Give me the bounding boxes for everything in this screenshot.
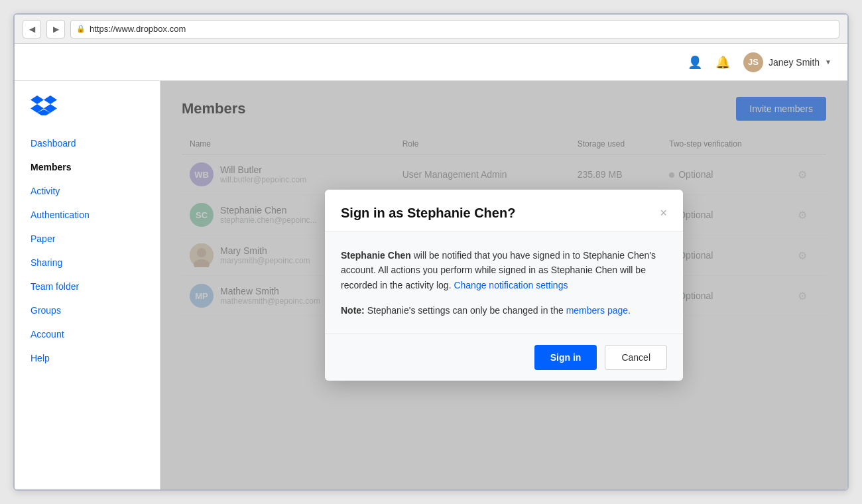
sidebar-item-account[interactable]: Account xyxy=(15,322,160,346)
user-avatar: JS xyxy=(743,52,763,72)
lock-icon: 🔒 xyxy=(76,25,86,33)
modal-note: Note: Stephanie's settings can only be c… xyxy=(341,303,667,318)
modal-title: Sign in as Stephanie Chen? xyxy=(341,206,515,221)
change-notification-link[interactable]: Change notification settings xyxy=(454,280,568,290)
app-layout: 👤 🔔 JS Janey Smith ▼ xyxy=(15,44,847,489)
sidebar: Dashboard Members Activity Authenticatio… xyxy=(15,81,160,489)
sign-in-modal: Sign in as Stephanie Chen? × Stephanie C… xyxy=(325,190,683,381)
bold-name: Stephanie Chen xyxy=(341,250,411,261)
modal-close-button[interactable]: × xyxy=(660,207,667,219)
user-name-label: Janey Smith xyxy=(769,57,820,68)
top-header: 👤 🔔 JS Janey Smith ▼ xyxy=(15,44,847,81)
cancel-button[interactable]: Cancel xyxy=(605,345,667,370)
sign-in-button[interactable]: Sign in xyxy=(534,345,597,370)
url-text: https://www.dropbox.com xyxy=(90,24,186,34)
sidebar-item-team-folder[interactable]: Team folder xyxy=(15,275,160,298)
user-info[interactable]: JS Janey Smith ▼ xyxy=(743,52,831,72)
sidebar-item-activity[interactable]: Activity xyxy=(15,179,160,203)
bell-icon[interactable]: 🔔 xyxy=(715,55,730,70)
sidebar-nav: Dashboard Members Activity Authenticatio… xyxy=(15,131,160,370)
browser-toolbar: ◀ ▶ 🔒 https://www.dropbox.com xyxy=(15,15,847,44)
sidebar-item-authentication[interactable]: Authentication xyxy=(15,203,160,227)
sidebar-item-sharing[interactable]: Sharing xyxy=(15,251,160,275)
note-text: Stephanie's settings can only be changed… xyxy=(367,305,566,316)
note-label: Note: xyxy=(341,305,365,316)
sidebar-item-dashboard[interactable]: Dashboard xyxy=(15,131,160,155)
modal-description: Stephanie Chen will be notified that you… xyxy=(341,248,667,292)
chevron-down-icon: ▼ xyxy=(825,58,831,66)
forward-button[interactable]: ▶ xyxy=(46,20,65,38)
modal-body: Stephanie Chen will be notified that you… xyxy=(325,232,683,334)
dropbox-logo xyxy=(15,94,160,131)
back-button[interactable]: ◀ xyxy=(23,20,41,38)
modal-footer: Sign in Cancel xyxy=(325,334,683,381)
user-icon[interactable]: 👤 xyxy=(688,55,702,70)
modal-overlay: Sign in as Stephanie Chen? × Stephanie C… xyxy=(160,81,847,489)
content-area: Members Invite members Name Role Storage… xyxy=(160,81,847,489)
sidebar-item-members[interactable]: Members xyxy=(15,155,160,179)
modal-header: Sign in as Stephanie Chen? × xyxy=(325,190,683,232)
sidebar-item-paper[interactable]: Paper xyxy=(15,227,160,251)
sidebar-item-help[interactable]: Help xyxy=(15,346,160,370)
members-page-link[interactable]: members page. xyxy=(566,305,631,316)
address-bar[interactable]: 🔒 https://www.dropbox.com xyxy=(70,20,839,38)
sidebar-item-groups[interactable]: Groups xyxy=(15,298,160,322)
main-content: Dashboard Members Activity Authenticatio… xyxy=(15,81,847,489)
